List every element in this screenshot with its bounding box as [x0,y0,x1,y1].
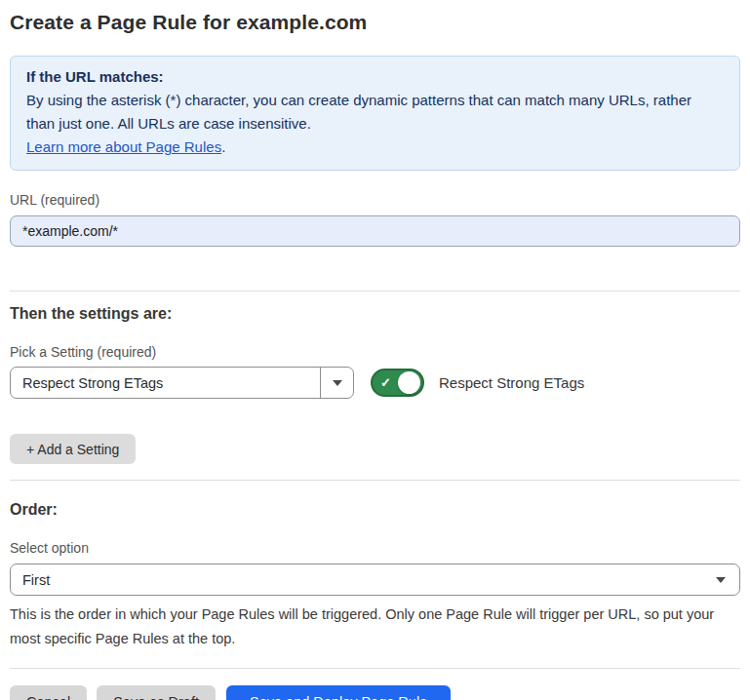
settings-section-heading: Then the settings are: [10,305,740,323]
url-match-info-box: If the URL matches: By using the asteris… [10,56,740,171]
toggle-knob [398,371,420,394]
info-box-heading: If the URL matches: [26,65,724,89]
link-period: . [221,138,225,155]
url-input[interactable] [10,215,740,247]
chevron-down-icon [716,577,726,583]
page-rule-form: Create a Page Rule for example.com If th… [0,11,750,700]
url-field-label: URL (required) [10,192,740,208]
setting-select-arrow-box[interactable] [320,368,353,398]
divider [10,291,740,292]
pick-setting-label: Pick a Setting (required) [10,344,740,360]
order-select-value: First [11,572,716,588]
page-title: Create a Page Rule for example.com [10,11,740,34]
info-box-link-line: Learn more about Page Rules. [26,136,724,159]
etags-toggle[interactable]: ✓ [371,369,424,397]
save-draft-button[interactable]: Save as Draft [97,685,216,700]
save-deploy-button[interactable]: Save and Deploy Page Rule [226,685,451,700]
order-select-arrow [716,577,739,583]
order-help-text: This is the order in which your Page Rul… [10,603,740,651]
cancel-button[interactable]: Cancel [10,685,87,700]
footer-actions: Cancel Save as Draft Save and Deploy Pag… [10,685,740,700]
setting-select[interactable]: Respect Strong ETags [10,367,354,399]
setting-row: Respect Strong ETags ✓ Respect Strong ET… [10,367,740,399]
order-select-label: Select option [10,540,740,556]
info-box-body: By using the asterisk (*) character, you… [26,89,724,136]
add-setting-button[interactable]: + Add a Setting [10,434,136,464]
check-icon: ✓ [380,376,391,389]
learn-more-link[interactable]: Learn more about Page Rules [26,138,221,155]
divider [10,480,740,481]
chevron-down-icon [333,380,342,386]
order-section-heading: Order: [10,501,740,519]
toggle-label: Respect Strong ETags [439,374,584,391]
setting-select-value: Respect Strong ETags [11,375,320,391]
order-select[interactable]: First [10,564,740,596]
divider [10,668,740,669]
